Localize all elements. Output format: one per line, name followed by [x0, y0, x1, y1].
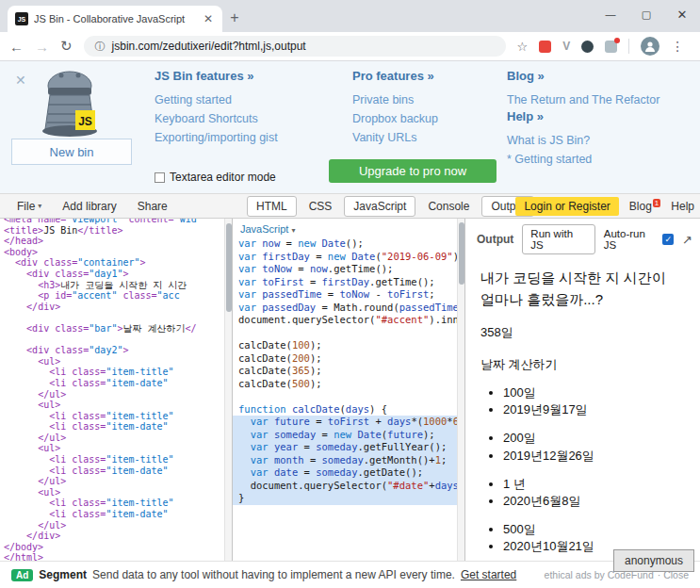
code-line[interactable]: var now = new Date();	[233, 237, 464, 251]
share-menu[interactable]: Share	[138, 200, 168, 213]
extension-icon-2[interactable]: V	[562, 40, 570, 53]
code-line[interactable]: var passedDay = Math.round(passedTime/(	[233, 302, 464, 315]
textarea-editor-checkbox[interactable]	[155, 172, 165, 183]
code-line[interactable]: </div>	[0, 531, 232, 542]
code-line[interactable]: calcDate(500);	[233, 378, 464, 391]
code-line[interactable]: calcDate(200);	[233, 352, 464, 366]
extension-icon-4[interactable]	[605, 41, 617, 53]
code-line[interactable]: calcDate(365);	[233, 365, 464, 378]
ad-brand[interactable]: Segment	[39, 568, 87, 581]
html-editor-panel[interactable]: <meta name="viewport" content="wid<title…	[0, 219, 233, 561]
code-line[interactable]	[0, 335, 232, 346]
code-line[interactable]	[233, 390, 464, 403]
code-line[interactable]: <li class="item-title"	[0, 367, 232, 378]
code-line[interactable]: </body>	[0, 542, 232, 553]
profile-avatar[interactable]	[641, 37, 659, 56]
code-line[interactable]: <li class="item-title"	[0, 411, 232, 422]
code-line[interactable]: <body>	[0, 247, 232, 258]
code-line[interactable]: var toNow = now.getTime();	[233, 263, 464, 276]
html-scrollbar[interactable]	[224, 219, 232, 561]
code-line[interactable]: <div class="day1">	[0, 269, 232, 280]
code-line[interactable]: <ul>	[0, 400, 232, 411]
code-line[interactable]: <li class="item-date"	[0, 466, 232, 477]
autorun-toggle[interactable]: Auto-run JS ✓	[604, 228, 674, 251]
page-info-icon[interactable]: ⓘ	[95, 40, 106, 54]
code-line[interactable]: var year = someday.getFullYear();	[233, 441, 464, 454]
code-line[interactable]: var firstDay = new Date("2019-06-09");	[233, 251, 464, 264]
js-code-editor[interactable]: var now = new Date();var firstDay = new …	[233, 237, 464, 505]
extension-icon-3[interactable]	[581, 41, 594, 53]
extension-icon-1[interactable]	[539, 41, 551, 53]
add-library-menu[interactable]: Add library	[62, 200, 116, 213]
new-tab-button[interactable]: +	[222, 6, 247, 30]
code-line[interactable]: <ul>	[0, 443, 232, 454]
browser-tab[interactable]: JS JS Bin - Collaborative JavaScript ✕	[8, 6, 222, 32]
code-line[interactable]: </ul>	[0, 520, 232, 531]
code-line[interactable]: var passedTime = toNow - toFirst;	[233, 288, 464, 302]
features-title[interactable]: JS Bin features »	[155, 69, 278, 83]
promo-link[interactable]: * Getting started	[507, 150, 659, 169]
ad-get-started-link[interactable]: Get started	[461, 568, 516, 581]
pro-title[interactable]: Pro features »	[352, 69, 438, 83]
promo-link[interactable]: Vanity URLs	[352, 128, 438, 147]
code-line[interactable]: function calcDate(days) {	[233, 403, 464, 416]
js-scrollbar[interactable]	[457, 219, 464, 561]
code-line[interactable]: var date = someday.getDate();	[233, 466, 464, 480]
code-line[interactable]: </html>	[0, 552, 232, 561]
code-line[interactable]: <li class="item-date"	[0, 509, 232, 520]
refresh-button[interactable]: ↻	[60, 38, 73, 55]
promo-link[interactable]: Getting started	[155, 90, 278, 109]
code-line[interactable]	[0, 312, 232, 323]
code-line[interactable]: <li class="item-date"	[0, 421, 232, 433]
code-line[interactable]: var someday = new Date(future);	[233, 429, 464, 442]
maximize-button[interactable]: ▢	[628, 0, 664, 28]
code-line[interactable]: <li class="item-date"	[0, 378, 232, 389]
help-link[interactable]: Help	[671, 200, 694, 213]
blog-link[interactable]: Blog1	[629, 199, 660, 213]
editor-tab-css[interactable]: CSS	[300, 196, 342, 217]
js-panel-label[interactable]: JavaScript ▾	[233, 219, 464, 237]
promo-close-icon[interactable]: ✕	[15, 73, 26, 88]
editor-tab-console[interactable]: Console	[418, 196, 479, 217]
tab-close-icon[interactable]: ✕	[202, 12, 215, 25]
run-with-js-button[interactable]: Run with JS	[522, 224, 594, 254]
code-line[interactable]: <ul>	[0, 356, 232, 368]
promo-link[interactable]: Keyboard Shortcuts	[155, 109, 278, 128]
promo-link[interactable]: The Return and The Refactor	[507, 90, 659, 109]
url-bar[interactable]: ⓘ jsbin.com/zedutixeri/edit?html,js,outp…	[84, 36, 506, 57]
login-register-button[interactable]: Login or Register	[515, 197, 618, 216]
code-line[interactable]: </ul>	[0, 433, 232, 444]
upgrade-pro-button[interactable]: Upgrade to pro now	[329, 159, 497, 183]
code-line[interactable]: <h3>내가 코딩을 시작한 지 시간	[0, 280, 232, 291]
back-button[interactable]: ←	[9, 39, 24, 55]
promo-link[interactable]: Private bins	[352, 90, 438, 109]
code-line[interactable]: calcDate(100);	[233, 339, 464, 352]
code-line[interactable]: <div class="container">	[0, 257, 232, 269]
code-line[interactable]: var month = someday.getMonth()+1;	[233, 454, 464, 467]
promo-link[interactable]: Dropbox backup	[352, 109, 438, 128]
code-line[interactable]: document.querySelector("#accent").inner	[233, 314, 464, 327]
code-line[interactable]: document.querySelector("#date"+days	[233, 480, 464, 493]
editor-tab-javascript[interactable]: JavaScript	[344, 196, 415, 217]
code-line[interactable]: </head>	[0, 236, 232, 247]
anonymous-button[interactable]: anonymous	[613, 549, 694, 572]
code-line[interactable]: <title>JS Bin</title>	[0, 225, 232, 237]
html-code-editor[interactable]: <meta name="viewport" content="wid<title…	[0, 219, 232, 561]
close-button[interactable]: ✕	[664, 0, 700, 28]
code-line[interactable]: <div class="day2">	[0, 345, 232, 356]
minimize-button[interactable]: —	[593, 0, 628, 28]
code-line[interactable]: </ul>	[0, 389, 232, 400]
code-line[interactable]: <li class="item-title"	[0, 498, 232, 509]
code-line[interactable]: <li class="item-title"	[0, 454, 232, 466]
new-bin-button[interactable]: New bin	[11, 139, 132, 165]
code-line[interactable]: <ul>	[0, 487, 232, 498]
forward-button[interactable]: →	[35, 39, 49, 55]
autorun-checkbox[interactable]: ✓	[662, 234, 674, 245]
code-line[interactable]	[233, 327, 464, 340]
promo-link[interactable]: What is JS Bin?	[507, 131, 659, 150]
html-scrollbar-thumb[interactable]	[226, 223, 232, 312]
code-line[interactable]: <meta name="viewport" content="wid	[0, 219, 232, 225]
code-line[interactable]: <div class="bar">날짜 계산하기</	[0, 323, 232, 335]
code-line[interactable]: }	[233, 492, 464, 505]
promo-link[interactable]: Exporting/importing gist	[155, 128, 278, 147]
